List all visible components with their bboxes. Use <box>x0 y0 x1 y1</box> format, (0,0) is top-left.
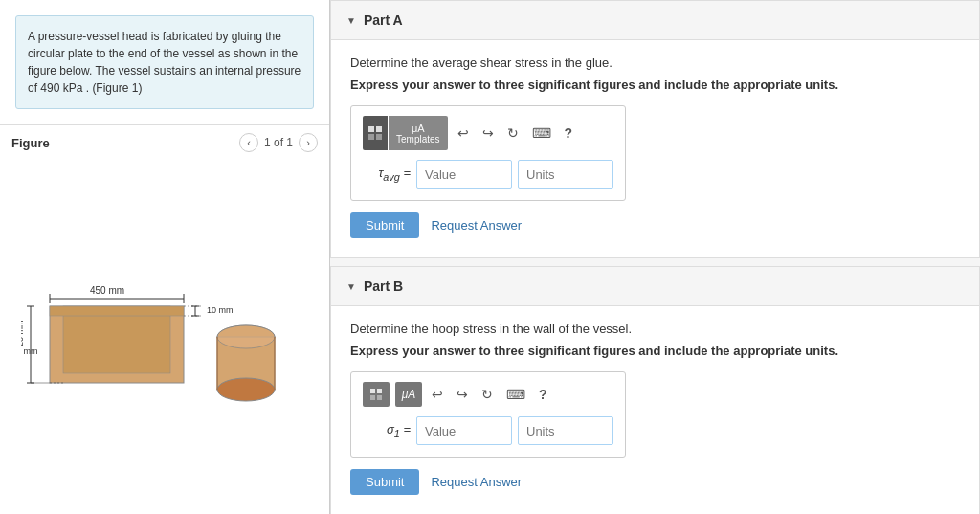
part-a-instruction: Express your answer to three significant… <box>350 78 960 92</box>
part-a-value-input[interactable] <box>416 160 512 189</box>
figure-svg: 450 mm 10 mm 20 mm 20 mm <box>21 241 308 433</box>
svg-rect-30 <box>370 389 375 393</box>
templates-grid-icon <box>363 116 388 150</box>
svg-rect-28 <box>368 134 374 140</box>
part-a-units-input[interactable] <box>518 160 613 189</box>
svg-point-22 <box>217 378 275 401</box>
part-b-description: Determine the hoop stress in the wall of… <box>350 322 960 336</box>
figure-prev-button[interactable]: ‹ <box>239 133 258 152</box>
figure-section: Figure ‹ 1 of 1 › <box>0 124 329 160</box>
undo-button[interactable]: ↩ <box>454 123 473 143</box>
refresh-button[interactable]: ↻ <box>503 123 523 143</box>
right-panel: ▼ Part A Determine the average shear str… <box>330 0 980 514</box>
part-b-help-button[interactable]: ? <box>535 385 551 404</box>
svg-point-23 <box>217 325 275 348</box>
help-button[interactable]: ? <box>561 123 577 143</box>
templates-text: Templates <box>396 134 440 145</box>
part-b-undo-button[interactable]: ↩ <box>428 385 447 404</box>
part-b-refresh-button[interactable]: ↻ <box>478 385 497 404</box>
part-b-refresh-icon: ↻ <box>481 387 493 402</box>
part-b-title: Part B <box>364 279 403 294</box>
svg-text:450 mm: 450 mm <box>90 285 124 296</box>
part-a-description: Determine the average shear stress in th… <box>350 56 960 70</box>
figure-page-indicator: 1 of 1 <box>264 136 293 149</box>
part-b-input-row: σ1 = <box>363 416 613 445</box>
svg-rect-33 <box>377 395 382 400</box>
figure-next-button[interactable]: › <box>299 133 318 152</box>
part-b-help-icon: ? <box>539 387 547 402</box>
part-a-collapse-icon[interactable]: ▼ <box>346 15 356 26</box>
part-a-toolbar: μA Templates ↩ ↪ ↻ ⌨ <box>363 116 613 150</box>
svg-rect-32 <box>370 395 375 400</box>
svg-rect-26 <box>368 126 374 132</box>
part-b-instruction: Express your answer to three significant… <box>350 344 960 358</box>
part-a-action-row: Submit Request Answer <box>350 212 960 238</box>
part-a-label: τavg = <box>363 166 411 183</box>
figure-navigation: ‹ 1 of 1 › <box>239 133 318 152</box>
part-a-section: ▼ Part A Determine the average shear str… <box>330 0 980 258</box>
svg-text:10 mm: 10 mm <box>207 305 234 315</box>
part-b-header: ▼ Part B <box>331 267 979 306</box>
svg-rect-5 <box>63 306 170 373</box>
part-a-input-row: τavg = <box>363 160 613 189</box>
svg-text:20 mm: 20 mm <box>21 346 38 356</box>
part-b-action-row: Submit Request Answer <box>350 469 960 495</box>
help-icon: ? <box>565 125 573 141</box>
part-b-grid-button[interactable] <box>363 382 390 407</box>
part-b-value-input[interactable] <box>416 416 512 445</box>
svg-rect-29 <box>376 134 382 140</box>
part-b-ua-button[interactable]: μA <box>395 382 422 407</box>
part-b-toolbar: μA ↩ ↪ ↻ ⌨ ? <box>363 382 613 407</box>
problem-text: A pressure-vessel head is fabricated by … <box>28 30 301 95</box>
part-b-collapse-icon[interactable]: ▼ <box>346 281 356 292</box>
svg-rect-27 <box>376 126 382 132</box>
templates-group: μA Templates <box>363 116 448 150</box>
left-panel: A pressure-vessel head is fabricated by … <box>0 0 330 514</box>
part-b-redo-icon: ↪ <box>457 387 468 402</box>
svg-rect-6 <box>50 306 184 316</box>
part-b-keyboard-icon: ⌨ <box>506 387 525 402</box>
svg-rect-31 <box>377 389 382 393</box>
redo-icon: ↪ <box>482 125 494 141</box>
redo-button[interactable]: ↪ <box>479 123 498 143</box>
svg-text:20 mm: 20 mm <box>21 320 25 346</box>
problem-statement: A pressure-vessel head is fabricated by … <box>15 15 314 109</box>
part-a-header: ▼ Part A <box>331 1 979 40</box>
templates-label-container[interactable]: μA Templates <box>389 116 448 150</box>
keyboard-button[interactable]: ⌨ <box>528 123 555 143</box>
part-b-body: Determine the hoop stress in the wall of… <box>331 306 979 514</box>
keyboard-icon: ⌨ <box>532 125 551 141</box>
part-b-units-input[interactable] <box>518 416 613 445</box>
part-b-input-wrapper: μA ↩ ↪ ↻ ⌨ ? <box>350 371 626 458</box>
ua-label: μA <box>412 123 425 134</box>
part-b-keyboard-button[interactable]: ⌨ <box>502 385 529 404</box>
part-b-undo-icon: ↩ <box>432 387 443 402</box>
figure-image-area: 450 mm 10 mm 20 mm 20 mm <box>0 160 329 514</box>
undo-icon: ↩ <box>457 125 469 141</box>
part-a-title: Part A <box>364 12 403 28</box>
part-b-ua-label: μA <box>402 388 416 401</box>
part-a-input-wrapper: μA Templates ↩ ↪ ↻ ⌨ <box>350 105 626 201</box>
part-b-submit-button[interactable]: Submit <box>350 469 419 495</box>
part-b-section: ▼ Part B Determine the hoop stress in th… <box>330 266 980 514</box>
part-b-label: σ1 = <box>363 422 411 439</box>
refresh-icon: ↻ <box>507 125 519 141</box>
part-a-submit-button[interactable]: Submit <box>350 212 419 238</box>
part-b-redo-button[interactable]: ↪ <box>453 385 472 404</box>
part-a-body: Determine the average shear stress in th… <box>331 40 979 257</box>
figure-title: Figure <box>11 136 50 150</box>
part-b-request-answer-link[interactable]: Request Answer <box>431 475 522 489</box>
part-a-request-answer-link[interactable]: Request Answer <box>431 218 522 233</box>
